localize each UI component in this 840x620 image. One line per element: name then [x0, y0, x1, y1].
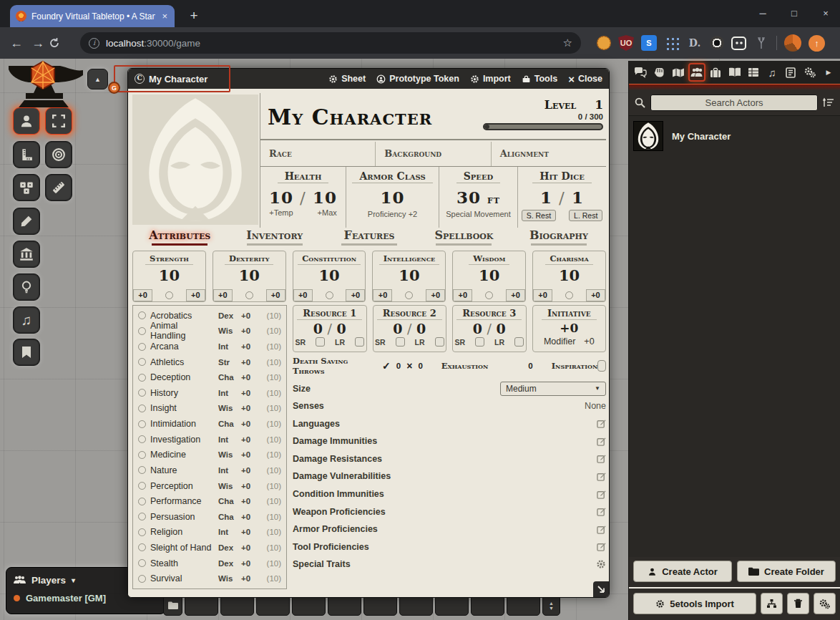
import-button[interactable]: Import [470, 74, 511, 84]
ability-save[interactable]: +0 [186, 289, 205, 301]
window-maximize-button[interactable]: □ [780, 0, 809, 26]
skill-proficiency-radio[interactable] [138, 498, 146, 505]
hp-temp-label[interactable]: +Temp [269, 208, 293, 217]
save-proficiency-radio[interactable] [165, 291, 173, 299]
tab-tables[interactable] [745, 63, 762, 82]
ability-save[interactable]: +0 [426, 289, 445, 301]
skill-row[interactable]: InsightWis+0(10) [138, 401, 281, 415]
edit-icon[interactable] [597, 507, 606, 516]
exhaustion-value[interactable]: 0 [528, 362, 532, 370]
drawings-tool[interactable] [13, 208, 40, 235]
tab-features[interactable]: Features [322, 226, 416, 248]
shield-extension-icon[interactable]: UO [618, 35, 634, 51]
skill-row[interactable]: Animal HandlingWis+0(10) [138, 324, 281, 338]
background-field[interactable]: Background [376, 142, 491, 166]
tab-journal[interactable] [726, 63, 743, 82]
skill-proficiency-radio[interactable] [138, 543, 146, 551]
hp-current[interactable]: 10 [269, 188, 293, 207]
tab-compendium[interactable] [782, 63, 799, 82]
ability-charisma[interactable]: Charisma10 +0+0 [532, 251, 606, 302]
skill-proficiency-radio[interactable] [138, 420, 146, 428]
bookmark-star-icon[interactable]: ☆ [563, 37, 572, 49]
ability-save[interactable]: +0 [506, 289, 525, 301]
skill-row[interactable]: DeceptionCha+0(10) [138, 370, 281, 384]
select-tool[interactable] [45, 107, 72, 135]
walls-tool[interactable] [13, 241, 40, 268]
gear-icon[interactable] [596, 559, 606, 569]
ability-score[interactable]: 10 [479, 266, 499, 284]
collapse-controls-button[interactable]: ▲ [87, 69, 108, 89]
macro-slot[interactable] [435, 595, 469, 616]
initiative-card[interactable]: Initiative +0 Modifier+0 [532, 305, 607, 352]
ability-mod[interactable]: +0 [453, 289, 472, 301]
hd-max[interactable]: 1 [572, 188, 584, 207]
prototype-token-button[interactable]: Prototype Token [376, 74, 459, 84]
back-button[interactable]: ← [6, 36, 27, 51]
skill-proficiency-radio[interactable] [138, 575, 146, 583]
folder-tree-button[interactable] [761, 593, 783, 614]
edit-icon[interactable] [597, 472, 606, 481]
ability-score[interactable]: 10 [399, 266, 419, 284]
macro-slot[interactable] [220, 595, 254, 616]
create-folder-button[interactable]: Create Folder [737, 561, 836, 582]
tools-button[interactable]: Tools [522, 74, 557, 84]
speed-value[interactable]: 30 [456, 188, 481, 207]
sort-folders-icon[interactable] [823, 97, 834, 108]
forward-button[interactable]: → [27, 36, 49, 51]
dice-tool[interactable] [13, 174, 40, 201]
save-proficiency-radio[interactable] [245, 291, 253, 299]
armor-class-stat[interactable]: Armor Class 10 Proficiency +2 [346, 167, 439, 228]
resource-2[interactable]: Resource 2 0 / 0 SRLR [373, 305, 447, 352]
initiative-value[interactable]: +0 [560, 321, 578, 335]
ability-mod[interactable]: +0 [213, 289, 233, 301]
sheet-config-button[interactable]: Sheet [328, 74, 366, 84]
container-extension-icon[interactable] [731, 37, 746, 50]
tab-combat[interactable] [650, 63, 668, 82]
skill-proficiency-radio[interactable] [138, 311, 146, 319]
inspiration-checkbox[interactable] [597, 360, 606, 372]
skill-proficiency-radio[interactable] [138, 528, 146, 536]
measure-tool[interactable] [45, 174, 72, 201]
skill-row[interactable]: PerceptionWis+0(10) [138, 479, 281, 493]
tab-playlists[interactable]: ♫ [763, 63, 781, 82]
death-fail-icon[interactable]: × [406, 360, 412, 372]
macro-folder-button[interactable] [163, 595, 182, 616]
save-proficiency-radio[interactable] [565, 291, 573, 299]
ability-intelligence[interactable]: Intelligence10 +0+0 [372, 251, 446, 302]
ability-save[interactable]: +0 [586, 289, 605, 301]
tab-attributes[interactable]: Attributes [132, 226, 227, 248]
create-actor-button[interactable]: Create Actor [633, 561, 732, 582]
skill-row[interactable]: IntimidationCha+0(10) [138, 417, 281, 431]
macro-slot[interactable] [507, 595, 540, 616]
edit-icon[interactable] [597, 542, 606, 551]
ac-value[interactable]: 10 [381, 188, 405, 207]
skill-row[interactable]: SurvivalWis+0(10) [138, 571, 281, 586]
skill-proficiency-radio[interactable] [138, 405, 146, 412]
size-select[interactable]: Medium▼ [500, 382, 606, 396]
ability-mod[interactable]: +0 [133, 289, 152, 301]
delete-button[interactable] [787, 593, 809, 614]
skill-row[interactable]: AthleticsStr+0(10) [138, 355, 281, 369]
resource-1[interactable]: Resource 1 0 / 0 SRLR [293, 305, 367, 352]
edit-icon[interactable] [597, 437, 606, 446]
macro-slot[interactable] [471, 595, 504, 616]
skill-proficiency-radio[interactable] [138, 327, 146, 335]
ability-score[interactable]: 10 [559, 266, 580, 284]
xp-value[interactable]: 0 / 300 [578, 112, 603, 121]
ability-mod[interactable]: +0 [293, 289, 313, 301]
tab-chat[interactable] [632, 63, 649, 82]
save-proficiency-radio[interactable] [485, 291, 493, 299]
hp-max[interactable]: 10 [313, 188, 337, 207]
resource-3[interactable]: Resource 3 0 / 0 SRLR [452, 305, 527, 352]
skill-proficiency-radio[interactable] [138, 451, 146, 459]
tab-inventory[interactable]: Inventory [227, 226, 321, 248]
grid-extension-icon[interactable] [664, 35, 680, 51]
ability-strength[interactable]: Strength10 +0+0 [132, 251, 206, 302]
lr-checkbox[interactable] [355, 337, 364, 347]
window-close-button[interactable]: × [811, 0, 840, 26]
camera-frame[interactable] [114, 65, 230, 92]
skill-proficiency-radio[interactable] [138, 513, 146, 520]
lr-checkbox[interactable] [514, 337, 524, 347]
alignment-field[interactable]: Alignment [492, 142, 606, 166]
actor-entry[interactable]: My Character [633, 120, 836, 152]
